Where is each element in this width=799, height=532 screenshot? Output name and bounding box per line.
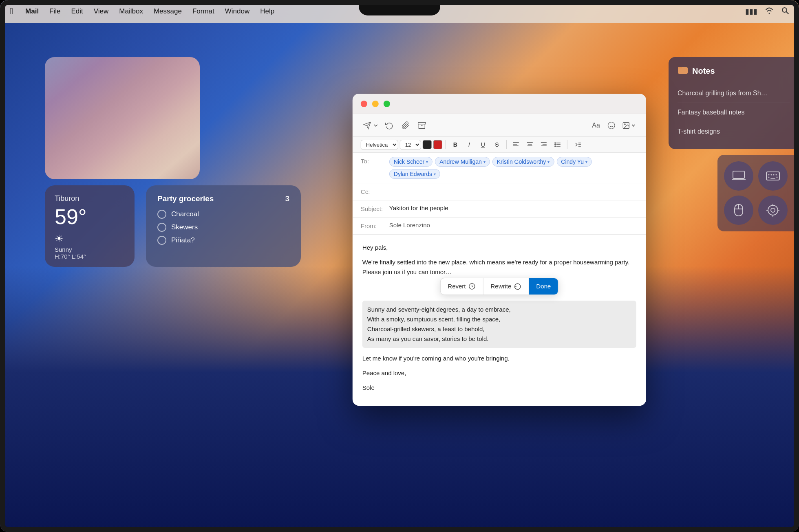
body-paragraph-3: Peace and love, bbox=[362, 368, 636, 378]
recipient-name: Kristin Goldsworthy bbox=[497, 158, 546, 165]
checkbox-icon[interactable] bbox=[157, 210, 166, 219]
underline-button[interactable]: U bbox=[477, 139, 489, 150]
window-toolbar: Aa bbox=[353, 114, 646, 137]
undo-button[interactable] bbox=[381, 117, 397, 134]
device-control-button-2[interactable] bbox=[758, 196, 788, 225]
from-value: Sole Lorenzino bbox=[389, 222, 430, 229]
menubar-message[interactable]: Message bbox=[150, 6, 186, 17]
list-button[interactable] bbox=[552, 139, 564, 150]
photo-widget bbox=[45, 57, 200, 179]
recipient-name: Cindy Yu bbox=[561, 158, 584, 165]
groceries-title: Party groceries bbox=[157, 194, 214, 203]
from-field: From: Sole Lorenzino bbox=[353, 218, 646, 235]
checkbox-icon[interactable] bbox=[157, 223, 166, 232]
body-signature: Sole bbox=[362, 383, 636, 393]
indent-button[interactable] bbox=[571, 139, 585, 150]
poem-line-1: Sunny and seventy-eight degrees, a day t… bbox=[367, 305, 631, 314]
recipient-kristin[interactable]: Kristin Goldsworthy ▾ bbox=[492, 157, 554, 167]
svg-point-16 bbox=[768, 205, 778, 215]
chevron-down-icon: ▾ bbox=[483, 160, 486, 164]
checkbox-icon[interactable] bbox=[157, 236, 166, 245]
search-icon[interactable] bbox=[781, 7, 789, 17]
menubar-file[interactable]: File bbox=[45, 6, 64, 17]
chevron-down-icon: ▾ bbox=[426, 160, 428, 164]
recipients-list: Nick Scheer ▾ Andrew Mulligan ▾ Kristin … bbox=[389, 157, 638, 179]
attach-button[interactable] bbox=[397, 117, 414, 134]
poem-line-2: With a smoky, sumptuous scent, filling t… bbox=[367, 314, 631, 324]
item-label-charcoal: Charcoal bbox=[171, 210, 199, 218]
send-button[interactable] bbox=[361, 117, 381, 134]
revert-button[interactable]: Revert bbox=[440, 278, 483, 295]
menubar-window[interactable]: Window bbox=[221, 6, 254, 17]
ai-toolbar-container: Revert Rewrite Done bbox=[362, 282, 636, 299]
mouse-control-button[interactable] bbox=[724, 196, 753, 225]
rewrite-button[interactable]: Rewrite bbox=[483, 278, 529, 295]
svg-point-43 bbox=[555, 143, 556, 143]
laptop-control-button[interactable] bbox=[724, 161, 753, 191]
zoom-button[interactable] bbox=[384, 101, 390, 107]
align-center-button[interactable] bbox=[524, 139, 536, 150]
text-highlight-swatch[interactable] bbox=[433, 140, 442, 149]
poem-line-4: As many as you can savor, stories to be … bbox=[367, 334, 631, 344]
menubar-mail[interactable]: Mail bbox=[21, 6, 43, 17]
minimize-button[interactable] bbox=[372, 101, 379, 107]
menubar-right: ▮▮▮ bbox=[745, 7, 789, 17]
strikethrough-button[interactable]: S bbox=[491, 139, 503, 150]
notes-item-tshirt[interactable]: T-shirt designs bbox=[678, 122, 790, 141]
recipient-dylan[interactable]: Dylan Edwards ▾ bbox=[389, 169, 440, 179]
camera-notch bbox=[359, 0, 440, 15]
text-color-swatch[interactable] bbox=[423, 140, 432, 149]
keyboard-control-button[interactable] bbox=[758, 161, 788, 191]
close-button[interactable] bbox=[361, 101, 367, 107]
chevron-down-icon: ▾ bbox=[547, 160, 550, 164]
notes-header: Notes bbox=[678, 65, 790, 77]
to-field: To: Nick Scheer ▾ Andrew Mulligan ▾ Kris… bbox=[353, 153, 646, 183]
font-button[interactable]: Aa bbox=[589, 117, 603, 134]
notes-item-charcoal[interactable]: Charcoal grilling tips from Sh… bbox=[678, 84, 790, 103]
list-item: Charcoal bbox=[157, 210, 289, 219]
cc-field[interactable]: Cc: bbox=[353, 183, 646, 200]
font-size-select[interactable]: 12 bbox=[400, 140, 421, 150]
recipient-cindy[interactable]: Cindy Yu ▾ bbox=[556, 157, 592, 167]
photo-button[interactable] bbox=[620, 117, 638, 134]
notes-item-fantasy[interactable]: Fantasy baseball notes bbox=[678, 103, 790, 122]
body-paragraph-2: Let me know if you're coming and who you… bbox=[362, 354, 636, 363]
groceries-header: Party groceries 3 bbox=[157, 194, 289, 203]
menubar-help[interactable]: Help bbox=[256, 6, 278, 17]
battery-icon: ▮▮▮ bbox=[745, 7, 757, 16]
body-paragraph-1: We're finally settled into the new place… bbox=[362, 257, 636, 277]
mail-body[interactable]: Hey pals, We're finally settled into the… bbox=[353, 235, 646, 406]
italic-button[interactable]: I bbox=[463, 139, 475, 150]
emoji-button[interactable] bbox=[603, 117, 620, 134]
weather-city: Tiburon bbox=[55, 194, 125, 203]
photo-placeholder bbox=[45, 57, 200, 179]
screen:  Mail File Edit View Mailbox Message Fo… bbox=[0, 0, 799, 532]
align-right-button[interactable] bbox=[538, 139, 550, 150]
menubar-edit[interactable]: Edit bbox=[67, 6, 87, 17]
chevron-down-icon: ▾ bbox=[434, 172, 436, 176]
body-greeting: Hey pals, bbox=[362, 243, 636, 253]
svg-point-45 bbox=[555, 146, 556, 147]
to-label: To: bbox=[361, 157, 389, 165]
align-left-button[interactable] bbox=[510, 139, 522, 150]
subject-value[interactable]: Yakitori for the people bbox=[389, 204, 448, 211]
recipient-nick[interactable]: Nick Scheer ▾ bbox=[389, 157, 433, 167]
archive-button[interactable] bbox=[414, 117, 430, 134]
recipient-andrew[interactable]: Andrew Mulligan ▾ bbox=[435, 157, 490, 167]
notes-folder-icon bbox=[678, 65, 688, 77]
apple-menu[interactable]:  bbox=[10, 6, 13, 17]
recipient-name: Nick Scheer bbox=[394, 158, 424, 165]
menubar-format[interactable]: Format bbox=[188, 6, 219, 17]
recipient-name: Dylan Edwards bbox=[394, 171, 432, 177]
weather-sun-icon: ☀ bbox=[55, 233, 125, 244]
svg-rect-3 bbox=[678, 67, 682, 68]
done-button[interactable]: Done bbox=[529, 278, 558, 295]
poem-section: Sunny and seventy-eight degrees, a day t… bbox=[362, 301, 636, 348]
menubar-mailbox[interactable]: Mailbox bbox=[115, 6, 147, 17]
subject-label: Subject: bbox=[361, 204, 389, 212]
bold-button[interactable]: B bbox=[449, 139, 461, 150]
menubar-view[interactable]: View bbox=[90, 6, 113, 17]
chevron-down-icon: ▾ bbox=[585, 160, 587, 164]
window-titlebar bbox=[353, 94, 646, 114]
font-family-select[interactable]: Helvetica bbox=[361, 140, 398, 150]
